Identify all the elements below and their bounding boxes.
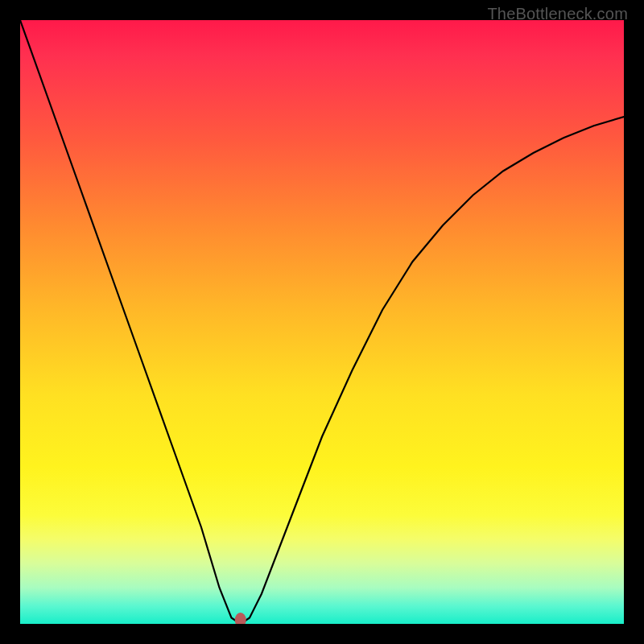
bottleneck-curve-path [20,20,624,624]
watermark-text: TheBottleneck.com [487,5,628,23]
chart-svg [20,20,624,624]
plot-area [20,20,624,624]
optimal-point-marker [235,613,246,624]
